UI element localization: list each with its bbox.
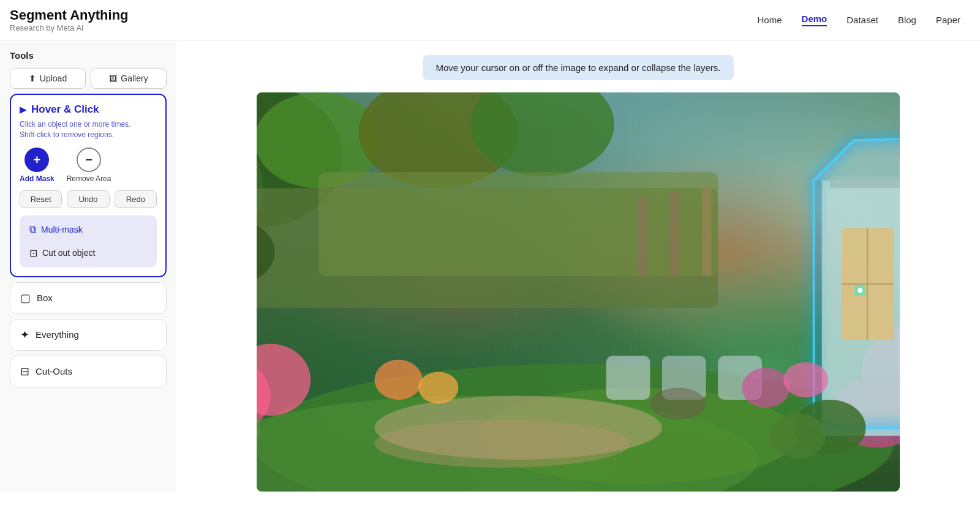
logo: Segment Anything Research by Meta AI xyxy=(10,7,129,32)
svg-point-12 xyxy=(257,396,758,492)
nav-paper[interactable]: Paper xyxy=(936,15,960,25)
svg-rect-32 xyxy=(822,181,900,436)
site-title: Segment Anything xyxy=(10,7,129,23)
svg-point-26 xyxy=(257,400,260,455)
everything-tool[interactable]: Everything xyxy=(10,319,167,351)
svg-point-47 xyxy=(374,360,422,400)
remove-area-label: Remove Area xyxy=(67,174,111,183)
svg-point-17 xyxy=(257,344,311,416)
cutouts-label: Cut-Outs xyxy=(36,366,72,376)
hover-click-desc: Click an object one or more times. Shift… xyxy=(20,119,157,140)
svg-point-11 xyxy=(257,364,894,492)
svg-rect-10 xyxy=(702,189,712,276)
svg-rect-29 xyxy=(662,356,706,400)
mask-actions: Add Mask Remove Area xyxy=(20,148,157,183)
glow-overlay xyxy=(257,92,900,492)
content-area: Move your cursor on or off the image to … xyxy=(176,40,980,492)
gallery-icon xyxy=(109,73,117,83)
svg-point-15 xyxy=(374,420,630,468)
multi-mask-item[interactable]: Multi-mask xyxy=(24,219,152,240)
svg-point-16 xyxy=(257,356,271,436)
tools-label: Tools xyxy=(10,50,167,61)
site-subtitle: Research by Meta AI xyxy=(10,23,129,32)
main-nav: Home Demo Dataset Blog Paper xyxy=(758,13,960,26)
svg-point-14 xyxy=(374,396,662,460)
image-container[interactable] xyxy=(257,92,900,492)
cutouts-tool[interactable]: Cut-Outs xyxy=(10,356,167,387)
svg-point-44 xyxy=(770,414,826,458)
reset-button[interactable]: Reset xyxy=(20,190,62,208)
svg-rect-30 xyxy=(718,356,762,400)
svg-point-19 xyxy=(862,324,900,420)
svg-point-13 xyxy=(478,388,798,484)
svg-point-49 xyxy=(742,368,790,408)
svg-point-41 xyxy=(855,286,865,296)
desc-line2: Shift-click to remove regions. xyxy=(20,130,114,139)
svg-point-5 xyxy=(470,92,614,176)
svg-rect-28 xyxy=(606,356,650,400)
svg-point-50 xyxy=(783,362,828,397)
remove-area-icon xyxy=(77,148,101,172)
upload-icon xyxy=(29,73,36,83)
nav-dataset[interactable]: Dataset xyxy=(846,15,878,25)
box-tool[interactable]: Box xyxy=(10,282,167,314)
svg-rect-35 xyxy=(842,228,894,340)
cut-out-item[interactable]: Cut out object xyxy=(24,242,152,264)
box-label: Box xyxy=(37,293,53,303)
cutouts-icon xyxy=(20,365,29,378)
nav-blog[interactable]: Blog xyxy=(898,15,916,25)
cutout-icon xyxy=(29,247,37,259)
svg-point-42 xyxy=(858,288,862,293)
svg-rect-33 xyxy=(830,176,900,189)
cut-out-label: Cut out object xyxy=(42,248,95,258)
minus-icon xyxy=(85,152,92,168)
svg-point-4 xyxy=(358,92,518,188)
multimask-icon xyxy=(29,224,36,235)
svg-rect-6 xyxy=(257,189,718,309)
upload-label: Upload xyxy=(40,73,67,83)
everything-label: Everything xyxy=(36,329,79,340)
nav-demo[interactable]: Demo xyxy=(802,13,827,26)
edit-actions: Reset Undo Redo xyxy=(20,190,157,208)
hover-click-title: Hover & Click xyxy=(31,103,99,116)
svg-rect-0 xyxy=(257,92,900,492)
multi-mask-label: Multi-mask xyxy=(41,225,83,234)
hover-click-header[interactable]: Hover & Click xyxy=(20,103,157,116)
svg-point-48 xyxy=(418,372,458,404)
header: Segment Anything Research by Meta AI Hom… xyxy=(0,0,980,40)
svg-point-1 xyxy=(257,92,342,228)
gallery-label: Gallery xyxy=(121,73,148,83)
svg-point-31 xyxy=(650,388,706,420)
svg-rect-8 xyxy=(638,196,648,276)
svg-rect-7 xyxy=(318,173,718,277)
add-mask-icon xyxy=(24,148,49,172)
hint-text: Move your cursor on or off the image to … xyxy=(436,62,721,73)
hint-box: Move your cursor on or off the image to … xyxy=(423,55,734,80)
svg-rect-9 xyxy=(670,192,680,276)
svg-marker-34 xyxy=(814,141,900,181)
svg-point-3 xyxy=(257,92,383,188)
svg-point-2 xyxy=(257,125,263,253)
undo-button[interactable]: Undo xyxy=(67,190,109,208)
everything-icon xyxy=(20,328,29,342)
svg-point-46 xyxy=(257,220,274,284)
sidebar: Tools Upload Gallery Hover & Click Click… xyxy=(0,40,176,492)
cursor-icon xyxy=(20,103,26,116)
box-icon xyxy=(20,291,31,305)
main-layout: Tools Upload Gallery Hover & Click Click… xyxy=(0,40,980,492)
sub-tools: Multi-mask Cut out object xyxy=(20,215,157,267)
svg-point-43 xyxy=(794,400,865,455)
hover-click-panel: Hover & Click Click an object one or mor… xyxy=(10,94,167,277)
garden-image xyxy=(257,92,900,492)
nav-home[interactable]: Home xyxy=(758,15,782,25)
redo-button[interactable]: Redo xyxy=(115,190,157,208)
remove-area-button[interactable]: Remove Area xyxy=(67,148,111,183)
plus-icon xyxy=(34,152,41,168)
add-mask-button[interactable]: Add Mask xyxy=(20,148,55,183)
upload-gallery-row: Upload Gallery xyxy=(10,68,167,89)
svg-point-21 xyxy=(830,376,900,447)
add-mask-label: Add Mask xyxy=(20,174,55,183)
gallery-button[interactable]: Gallery xyxy=(91,68,167,89)
desc-line1: Click an object one or more times. xyxy=(20,120,130,129)
upload-button[interactable]: Upload xyxy=(10,68,86,89)
